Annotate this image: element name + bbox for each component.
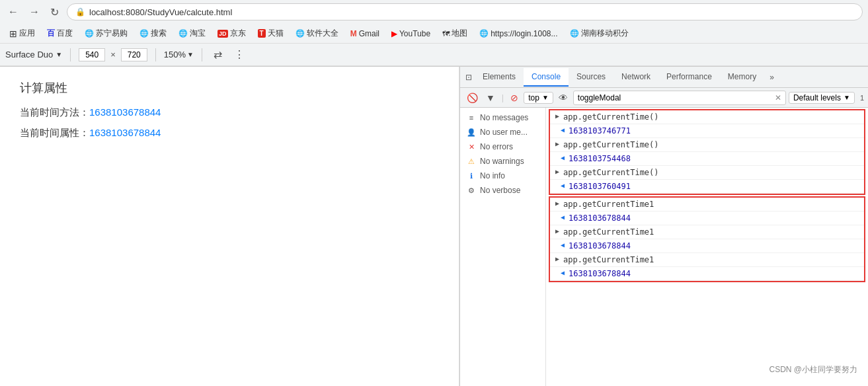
filter-clear-button[interactable]: ✕ [775,93,781,102]
top-dropdown-icon: ▼ [542,94,549,101]
arrow-2[interactable]: ◀ [561,126,565,134]
msg-5: ▶ app.getCurrentTime() [550,166,864,180]
zoom-selector[interactable]: 150% ▼ [164,50,194,59]
msg-3: ▶ app.getCurrentTime() [550,138,864,152]
sep2 [155,48,156,61]
tab-more[interactable]: » [764,69,779,86]
filter-info[interactable]: ℹ No info [460,169,545,183]
devtools-panel: ⊡ Elements Console Sources Network Perfo… [459,67,868,386]
arrow-4[interactable]: ◀ [561,154,565,161]
filter-toggle-button[interactable]: ▼ [483,91,498,104]
back-button[interactable]: ← [5,5,21,19]
bm-hunan[interactable]: 🌐 湖南移动积分 [566,26,633,40]
red-box-top: ▶ app.getCurrentTime() ◀ 1638103746771 ▶… [549,109,865,195]
msg-1-text: app.getCurrentTime() [563,112,659,122]
msg-8: ◀ 1638103678844 [550,212,864,225]
bm-gmail[interactable]: M Gmail [346,28,383,40]
arrow-11[interactable]: ▶ [555,255,559,262]
filter-user-label: No user me... [480,128,528,137]
bm-gmail-label: Gmail [359,29,379,38]
sep1 [70,48,71,61]
msg-10: ◀ 1638103678844 [550,239,864,253]
devtools-dock-button[interactable]: ⊡ [463,71,475,83]
prop-value: 1638103678844 [89,127,161,138]
sep3 [202,48,202,61]
bm-suning[interactable]: 🌐 苏宁易购 [81,26,132,40]
arrow-12[interactable]: ◀ [561,269,565,276]
bm-apps[interactable]: ⊞ 应用 [5,26,39,40]
forward-button[interactable]: → [26,5,42,19]
msg-2-text: 1638103746771 [569,126,631,135]
arrow-10[interactable]: ◀ [561,241,565,249]
top-label: top [528,93,539,102]
msg-8-text: 1638103678844 [569,213,631,223]
filter-messages[interactable]: ≡ No messages [460,110,545,125]
bm-apps-label: 应用 [19,28,35,39]
reload-button[interactable]: ↻ [48,5,61,20]
address-text: localhost:8080/StudyVue/calcute.html [89,7,232,17]
messages-icon: ≡ [467,113,476,122]
filter-user-messages[interactable]: 👤 No user me... [460,125,545,139]
filter-errors[interactable]: ✕ No errors [460,139,545,154]
prop-line: 当前时间属性：1638103678844 [20,127,439,139]
bm-taobao[interactable]: 🌐 淘宝 [175,26,210,40]
filter-warnings-label: No warnings [480,157,524,166]
filter-input[interactable] [578,93,775,102]
filter-errors-label: No errors [480,142,513,151]
bm-youtube[interactable]: ▶ YouTube [387,28,434,40]
rotate-button[interactable]: ⇄ [210,46,225,63]
stop-icon[interactable]: ⊘ [508,91,521,104]
bm-jd-label: 京东 [230,28,246,39]
bm-tmall[interactable]: T 天猫 [254,26,288,40]
arrow-5[interactable]: ▶ [555,168,559,175]
top-selector[interactable]: top ▼ [524,92,553,104]
msg-6: ◀ 1638103760491 [550,180,864,194]
device-selector[interactable]: Surface Duo ▼ [5,50,62,59]
console-filter-box[interactable]: ✕ [573,91,786,105]
level-selector[interactable]: Default levels ▼ [789,92,855,104]
bm-maps[interactable]: 🗺 地图 [438,26,471,40]
filter-verbose[interactable]: ⚙ No verbose [460,183,545,198]
bm-jd[interactable]: JD 京东 [214,26,250,40]
arrow-3[interactable]: ▶ [555,140,559,147]
tab-elements[interactable]: Elements [475,68,524,87]
filter-warnings[interactable]: ⚠ No warnings [460,154,545,169]
tab-memory[interactable]: Memory [720,68,764,87]
bm-software[interactable]: 🌐 软件大全 [292,26,342,40]
eye-button[interactable]: 👁 [556,91,571,104]
prop-label: 当前时间属性： [20,127,89,138]
height-input[interactable] [121,48,147,61]
msg-11: ▶ app.getCurrentTime1 [550,253,864,267]
tab-sources[interactable]: Sources [569,68,613,87]
tab-console[interactable]: Console [524,68,569,87]
bm-maps-label: 地图 [452,28,467,39]
msg-10-text: 1638103678844 [569,241,631,251]
nav-bar: ← → ↻ 🔒 localhost:8080/StudyVue/calcute.… [0,0,868,24]
arrow-1[interactable]: ▶ [555,112,559,120]
bm-search[interactable]: 🌐 搜索 [136,26,171,40]
arrow-8[interactable]: ◀ [561,213,565,221]
msg-12-text: 1638103678844 [569,269,631,278]
arrow-9[interactable]: ▶ [555,227,559,235]
clear-console-button[interactable]: 🚫 [464,91,481,104]
tab-performance[interactable]: Performance [658,68,720,87]
arrow-6[interactable]: ◀ [561,182,565,189]
console-toolbar: 🚫 ▼ | ⊘ top ▼ 👁 ✕ Default levels ▼ 1 [460,88,868,108]
toolbar-sep: | [502,93,504,102]
method-label: 当前时间方法： [20,106,89,118]
bm-baidu[interactable]: 百 百度 [43,26,77,40]
msg-7-text: app.getCurrentTime1 [563,200,654,209]
device-dropdown-icon: ▼ [56,51,62,58]
width-input[interactable] [79,48,105,61]
arrow-7[interactable]: ▶ [555,200,559,207]
bm-login1008-label: https://login.1008... [491,29,557,38]
more-options-button[interactable]: ⋮ [231,46,248,63]
console-messages: ▶ app.getCurrentTime() ◀ 1638103746771 ▶… [546,108,868,386]
address-bar[interactable]: 🔒 localhost:8080/StudyVue/calcute.html [67,3,863,20]
zoom-value: 150% [164,50,186,59]
page-title: 计算属性 [20,80,439,96]
error-icon: ✕ [467,142,476,151]
bm-login1008[interactable]: 🌐 https://login.1008... [475,28,561,40]
tab-network[interactable]: Network [613,68,658,87]
msg-4-text: 1638103754468 [569,154,631,163]
